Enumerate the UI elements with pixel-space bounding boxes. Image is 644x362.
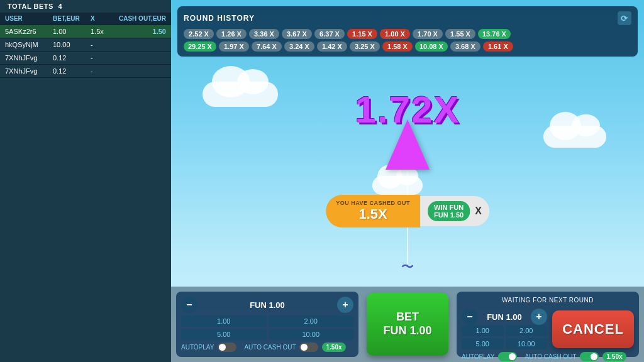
cashout-label: YOU HAVE CASHED OUT xyxy=(336,200,410,206)
win-fun-label: WIN FUN xyxy=(434,204,464,211)
history-row-1: 2.52 X 1.26 X 3.36 X 3.67 X 6.37 X 1.15 … xyxy=(184,29,631,39)
right-control-panel: WAITING FOR NEXT ROUND − FUN 1.00 + 1.00… xyxy=(457,292,639,357)
history-badge[interactable]: 13.76 X xyxy=(478,29,511,39)
history-badge[interactable]: 6.37 X xyxy=(314,29,345,39)
history-badge[interactable]: 3.68 X xyxy=(450,41,480,52)
bottom-controls: − FUN 1.00 + 1.00 2.00 5.00 10.00 AUTOPL… xyxy=(171,287,644,362)
total-bets-label: TOTAL BETS xyxy=(8,3,53,10)
left-panel: TOTAL BETS 4 USER BET,EUR X CASH OUT,EUR… xyxy=(0,0,171,362)
col-cashout: CASH OUT,EUR xyxy=(116,15,166,22)
col-bet: BET,EUR xyxy=(53,15,91,22)
history-badge[interactable]: 1.70 X xyxy=(413,29,443,39)
cashout-right: WIN FUN FUN 1.50 X xyxy=(420,196,489,226)
bet-button[interactable]: BET FUN 1.00 xyxy=(367,293,448,356)
total-bets-count: 4 xyxy=(58,3,62,10)
cloud-decoration xyxy=(203,82,278,107)
increase-bet-button[interactable]: + xyxy=(337,297,353,313)
cloud-decoration xyxy=(543,126,606,148)
quick-bet-5[interactable]: 5.00 xyxy=(181,329,267,340)
left-control-bottom: AUTOPLAY AUTO CASH OUT 1.50x xyxy=(181,343,353,352)
history-badge[interactable]: 7.64 X xyxy=(252,41,282,52)
bets-table-header: USER BET,EUR X CASH OUT,EUR xyxy=(0,13,171,25)
history-badge[interactable]: 1.97 X xyxy=(219,41,249,52)
bet-row: 5ASKz2r6 1.00 1.5x 1.50 xyxy=(0,25,171,38)
right-fun-amount: FUN 1.00 xyxy=(480,312,528,322)
cashout-bubble: YOU HAVE CASHED OUT 1.5X WIN FUN FUN 1.5… xyxy=(326,195,489,228)
bet-amount: 0.12 xyxy=(53,54,91,62)
waiting-label: WAITING FOR NEXT ROUND xyxy=(462,297,634,304)
history-badge[interactable]: 1.26 X xyxy=(216,29,247,39)
history-badge[interactable]: 1.58 X xyxy=(382,41,413,52)
cashout-close-button[interactable]: X xyxy=(475,206,482,217)
history-badge[interactable]: 29.25 X xyxy=(184,41,216,52)
bet-amount: 10.00 xyxy=(53,41,91,48)
right-decrease-bet-button[interactable]: − xyxy=(462,309,478,325)
kite-container: 〜〜〜 xyxy=(386,119,430,258)
autocashout-label: AUTO CASH OUT xyxy=(244,344,296,351)
bet-x: 1.5x xyxy=(91,28,116,35)
bet-user: 5ASKz2r6 xyxy=(5,28,53,35)
autoplay-toggle[interactable] xyxy=(218,343,236,352)
history-badge[interactable]: 1.61 X xyxy=(483,41,513,52)
right-quick-bet-10[interactable]: 10.00 xyxy=(506,338,548,349)
col-x: X xyxy=(91,15,116,22)
autocashout-value: 1.50x xyxy=(322,343,345,352)
history-rows: 2.52 X 1.26 X 3.36 X 3.67 X 6.37 X 1.15 … xyxy=(184,29,631,52)
bet-x: - xyxy=(91,54,116,62)
bet-user: hkQSyNjM xyxy=(5,41,53,48)
history-badge[interactable]: 1.00 X xyxy=(380,29,410,39)
quick-bet-1[interactable]: 1.00 xyxy=(181,315,267,327)
left-quick-bets: 1.00 2.00 5.00 10.00 xyxy=(181,315,353,340)
bet-row: hkQSyNjM 10.00 - xyxy=(0,38,171,52)
right-quick-bet-5[interactable]: 5.00 xyxy=(462,338,504,349)
right-control-bottom: AUTOPLAY AUTO CASH OUT 1.50x xyxy=(462,352,634,361)
left-control-panel: − FUN 1.00 + 1.00 2.00 5.00 10.00 AUTOPL… xyxy=(176,292,358,357)
right-quick-bet-2[interactable]: 2.00 xyxy=(506,325,548,336)
right-autoplay-label: AUTOPLAY xyxy=(462,353,494,360)
right-amount-control: − FUN 1.00 + xyxy=(462,309,547,325)
history-row-2: 29.25 X 1.97 X 7.64 X 3.24 X 1.42 X 3.25… xyxy=(184,41,631,52)
right-quick-bet-1[interactable]: 1.00 xyxy=(462,325,504,336)
history-badge[interactable]: 3.67 X xyxy=(282,29,312,39)
left-fun-amount: FUN 1.00 xyxy=(200,300,335,310)
history-badge[interactable]: 1.15 X xyxy=(347,29,377,39)
col-user: USER xyxy=(5,15,53,22)
bet-row: 7XNhJFvg 0.12 - xyxy=(0,65,171,78)
history-icon[interactable]: ⟳ xyxy=(618,11,631,25)
history-badge[interactable]: 2.52 X xyxy=(184,29,214,39)
bet-amount: 0.12 xyxy=(53,67,91,75)
right-increase-bet-button[interactable]: + xyxy=(531,309,547,325)
cancel-button[interactable]: CANCEL xyxy=(552,310,634,348)
bet-cashout: 1.50 xyxy=(116,28,166,35)
history-badge[interactable]: 1.42 X xyxy=(317,41,347,52)
history-badge[interactable]: 1.55 X xyxy=(445,29,475,39)
win-fun-badge: WIN FUN FUN 1.50 xyxy=(428,201,470,221)
decrease-bet-button[interactable]: − xyxy=(181,297,197,313)
quick-bet-2[interactable]: 2.00 xyxy=(269,315,354,327)
right-autoplay-toggle[interactable] xyxy=(498,352,517,361)
quick-bet-10[interactable]: 10.00 xyxy=(269,329,354,340)
left-amount-control: − FUN 1.00 + xyxy=(181,297,353,313)
total-bets-header: TOTAL BETS 4 xyxy=(0,0,171,13)
right-autocashout-label: AUTO CASH OUT xyxy=(525,353,576,360)
bet-user: 7XNhJFvg xyxy=(5,67,53,75)
bet-label-line2: FUN 1.00 xyxy=(367,324,448,338)
cashout-value: 1.5X xyxy=(336,206,410,222)
right-autocashout-value: 1.50x xyxy=(602,352,626,361)
round-history-panel: ROUND HISTORY ⟳ 2.52 X 1.26 X 3.36 X 3.6… xyxy=(177,6,638,57)
bet-amount: 1.00 xyxy=(53,28,91,35)
round-history-title: ROUND HISTORY ⟳ xyxy=(184,11,631,25)
autocashout-toggle[interactable] xyxy=(299,343,318,352)
history-badge[interactable]: 3.24 X xyxy=(284,41,314,52)
bet-x: - xyxy=(91,41,116,48)
history-badge[interactable]: 10.08 X xyxy=(415,41,448,52)
bet-label-line1: BET xyxy=(367,310,448,324)
history-badge[interactable]: 3.36 X xyxy=(249,29,279,39)
right-quick-bets: 1.00 2.00 5.00 10.00 xyxy=(462,325,547,349)
right-autocashout-toggle[interactable] xyxy=(580,352,599,361)
bet-x: - xyxy=(91,67,116,75)
cashout-left: YOU HAVE CASHED OUT 1.5X xyxy=(326,195,420,228)
history-badge[interactable]: 3.25 X xyxy=(350,41,380,52)
autoplay-label: AUTOPLAY xyxy=(181,344,214,351)
bet-button-container: BET FUN 1.00 xyxy=(364,292,452,357)
